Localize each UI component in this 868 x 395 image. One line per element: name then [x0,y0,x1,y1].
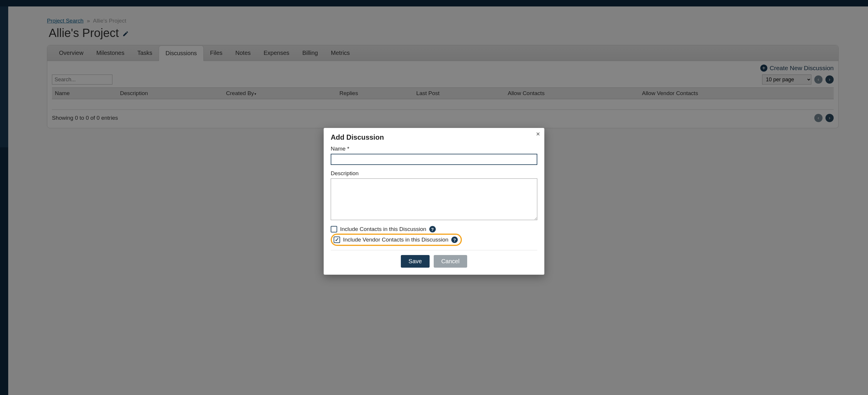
save-button[interactable]: Save [401,255,430,268]
highlight-ring: ✓ Include Vendor Contacts in this Discus… [331,234,462,246]
include-vendor-contacts-checkbox[interactable]: ✓ [334,237,340,243]
description-label: Description [331,170,537,177]
description-input[interactable] [331,178,537,220]
name-label: Name * [331,146,537,152]
modal-divider [331,250,537,250]
include-contacts-checkbox[interactable] [331,226,337,233]
close-icon[interactable]: ✕ [536,131,540,138]
include-contacts-label: Include Contacts in this Discussion [340,226,426,233]
help-icon[interactable]: ? [429,226,436,233]
include-vendor-contacts-label: Include Vendor Contacts in this Discussi… [343,237,448,243]
help-icon[interactable]: ? [451,237,458,243]
add-discussion-modal: ✕ Add Discussion Name * Description Incl… [324,128,544,275]
include-contacts-row[interactable]: Include Contacts in this Discussion ? [331,225,537,233]
cancel-button[interactable]: Cancel [434,255,467,268]
modal-title: Add Discussion [331,133,537,142]
name-input[interactable] [331,154,537,165]
include-vendor-contacts-row[interactable]: ✓ Include Vendor Contacts in this Discus… [334,236,458,244]
